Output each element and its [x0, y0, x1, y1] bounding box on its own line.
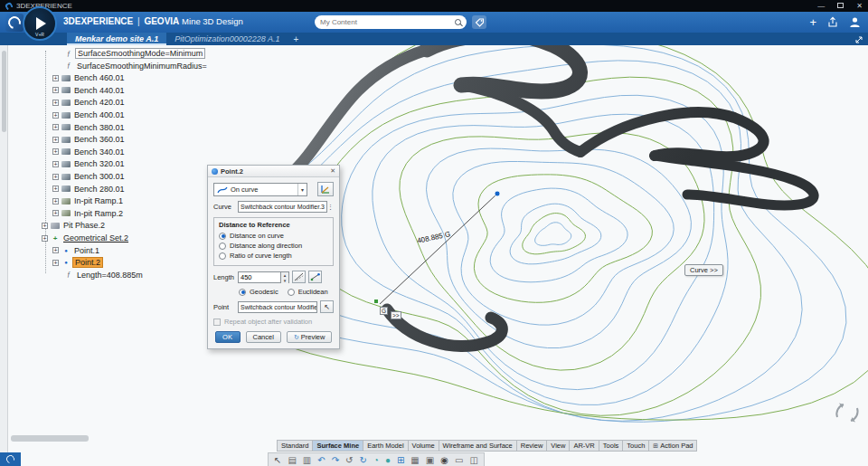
tree-item-bench-300-01[interactable]: +Bench 300.01 — [52, 171, 126, 182]
expander-icon[interactable]: + — [52, 161, 59, 167]
add-content-button[interactable]: + — [809, 15, 816, 29]
screen-icon[interactable]: ▭ — [455, 454, 463, 466]
preview-button[interactable]: ↻ Preview — [287, 331, 333, 343]
panel-icon[interactable]: ◫ — [469, 454, 477, 466]
camera-icon[interactable]: ◉ — [440, 454, 448, 466]
tag-button[interactable] — [472, 15, 486, 29]
close-button[interactable]: ✕ — [856, 0, 863, 12]
redo-icon[interactable]: ↷ — [332, 454, 339, 466]
vertical-scrollbar[interactable] — [0, 45, 8, 466]
expander-icon[interactable]: + — [52, 198, 59, 204]
tree-item-bench-420-01[interactable]: +Bench 420.01 — [52, 97, 126, 108]
search-bar[interactable] — [315, 15, 467, 29]
search-input[interactable] — [320, 18, 455, 26]
radio-ratio-of-curve-length[interactable]: Ratio of curve length — [219, 252, 328, 260]
layers-icon[interactable]: ⊞ — [397, 454, 404, 466]
tree-item-point-2[interactable]: +●Point.2 — [52, 257, 102, 268]
repeat-object-option[interactable]: Repeat object after validation — [213, 318, 334, 326]
ok-button[interactable]: OK — [215, 331, 241, 343]
new-tab-button[interactable]: + — [288, 33, 304, 45]
image-icon[interactable]: ▣ — [426, 454, 434, 466]
expander-icon[interactable]: + — [52, 210, 59, 216]
measure-between-button[interactable] — [308, 271, 322, 283]
expander-icon[interactable]: + — [52, 137, 59, 143]
tab-menkar-demo-site[interactable]: Menkar demo site A.1 — [67, 33, 166, 45]
expander-icon[interactable]: + — [42, 235, 48, 242]
chevron-down-icon[interactable]: ▾ — [297, 184, 307, 195]
dialog-titlebar[interactable]: Point.2 ✕ — [208, 166, 339, 177]
workshop-tab-tools[interactable]: Tools — [599, 440, 623, 452]
curve-options-icon[interactable]: ⋮ — [327, 204, 334, 211]
user-avatar-icon[interactable] — [849, 16, 861, 28]
select-icon[interactable]: ↖ — [274, 454, 281, 466]
workshop-tab-view[interactable]: View — [546, 440, 569, 452]
curve-point-marker[interactable] — [495, 191, 500, 196]
radio-distance-on-curve[interactable]: Distance on curve — [219, 232, 328, 240]
expander-icon[interactable]: + — [52, 174, 59, 180]
radio-euclidean[interactable]: Euclidean — [288, 288, 328, 296]
radio-geodesic[interactable]: Geodesic — [239, 288, 278, 296]
dialog-close-button[interactable]: ✕ — [330, 167, 335, 175]
undo-icon[interactable]: ↶ — [317, 454, 325, 466]
tree-item-bench-280-01[interactable]: +Bench 280.01 — [52, 184, 126, 195]
measure-item-button[interactable] — [292, 271, 306, 283]
expander-icon[interactable]: + — [52, 112, 59, 119]
expand-viewport-button[interactable] — [854, 34, 863, 44]
point-field[interactable]: Switchback contour Modifier.3\V... — [238, 301, 317, 313]
point-type-dropdown[interactable]: On curve ▾ — [213, 183, 307, 196]
maximize-button[interactable] — [837, 0, 844, 12]
orbit-icon[interactable]: ◔ — [373, 454, 379, 466]
expander-icon[interactable]: + — [42, 223, 48, 229]
tree-item-in-pit-ramp-2[interactable]: +In-pit Ramp.2 — [52, 208, 124, 219]
curve-field[interactable]: Switchback contour Modifier.3 — [238, 201, 327, 213]
workshop-tab-volume[interactable]: Volume — [408, 440, 439, 452]
length-input[interactable] — [238, 271, 281, 283]
result-point-marker[interactable] — [374, 300, 378, 303]
spin-down-icon[interactable]: ▾ — [281, 278, 288, 283]
tree-item-surfacesmoothingminimumradius[interactable]: ƒSurfaceSmoothingMinimumRadius= — [64, 61, 208, 71]
repeat-checkbox[interactable] — [213, 319, 221, 326]
expander-icon[interactable]: + — [52, 260, 59, 266]
workshop-tab-touch[interactable]: Touch — [622, 440, 648, 452]
tree-item-pit-phase-2[interactable]: +Pit Phase.2 — [42, 220, 106, 231]
share-button[interactable] — [827, 16, 838, 28]
tree-item-in-pit-ramp-1[interactable]: +In-pit Ramp.1 — [52, 195, 124, 206]
select-point-button[interactable]: ↖ — [320, 300, 334, 313]
tree-item-bench-320-01[interactable]: +Bench 320.01 — [52, 158, 126, 169]
workshop-tab-standard[interactable]: Standard — [277, 440, 312, 452]
refresh-icon[interactable]: ↻ — [359, 454, 366, 466]
tree-item-bench-340-01[interactable]: +Bench 340.01 — [52, 147, 126, 157]
expander-icon[interactable]: + — [52, 87, 59, 93]
search-icon[interactable] — [455, 19, 461, 25]
radio-distance-along-direction[interactable]: Distance along direction — [219, 242, 328, 250]
view-rotation-compass-icon[interactable] — [832, 398, 863, 427]
tree-item-length-408-885m[interactable]: ƒLength=408.885m — [64, 270, 144, 281]
horizontal-scrollbar[interactable] — [11, 435, 89, 442]
cancel-button[interactable]: Cancel — [246, 331, 281, 343]
minimize-button[interactable]: — — [817, 0, 825, 12]
3dexperience-compass[interactable]: V+R — [23, 6, 57, 41]
expander-icon[interactable]: + — [52, 124, 59, 130]
sphere-icon[interactable]: ● — [385, 454, 391, 466]
expander-icon[interactable]: + — [52, 75, 59, 81]
tree-item-bench-360-01[interactable]: +Bench 360.01 — [52, 134, 126, 145]
tree-item-geometrical-set-2[interactable]: ++Geometrical Set.2 — [42, 233, 129, 243]
tree-item-surfacesmoothingmode-minimum[interactable]: ƒSurfaceSmoothingMode=Minimum — [64, 48, 204, 59]
scrollbar-thumb[interactable] — [2, 51, 6, 132]
tree-item-bench-460-01[interactable]: +Bench 460.01 — [52, 72, 126, 83]
workshop-tab-ar-vr[interactable]: AR-VR — [569, 440, 598, 452]
tree-item-bench-400-01[interactable]: +Bench 400.01 — [52, 109, 126, 120]
tree-item-point-1[interactable]: +●Point.1 — [52, 245, 100, 256]
tree-item-bench-440-01[interactable]: +Bench 440.01 — [52, 85, 126, 96]
workshop-tab-earth-model[interactable]: Earth Model — [363, 440, 407, 452]
axis-system-button[interactable] — [317, 182, 334, 196]
workshop-tab-wireframe-and-surface[interactable]: Wireframe and Surface — [439, 440, 516, 452]
length-spinner[interactable]: ▴ ▾ — [281, 271, 289, 283]
expander-icon[interactable]: + — [52, 148, 59, 155]
tree-item-bench-380-01[interactable]: +Bench 380.01 — [52, 122, 126, 133]
workshop-tab-review[interactable]: Review — [516, 440, 547, 452]
expander-icon[interactable]: + — [52, 100, 59, 106]
history-icon[interactable]: ↺ — [345, 454, 353, 466]
expander-icon[interactable]: + — [52, 247, 59, 253]
clipboard-icon[interactable]: ▥ — [303, 454, 311, 466]
